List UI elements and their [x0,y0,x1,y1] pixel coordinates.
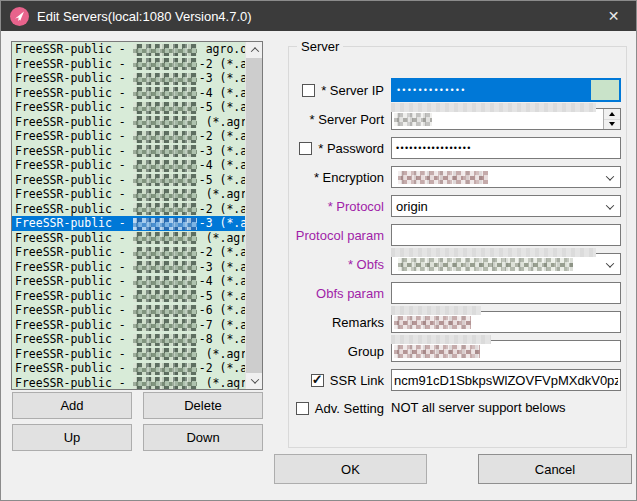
list-item-prefix: FreeSSR-public - [15,173,133,187]
list-item[interactable]: FreeSSR-public - -3 (*.ag [12,144,245,159]
field-row-protocol-param: Protocol param [288,224,622,246]
list-item-suffix: (*.agro [199,187,245,201]
list-item[interactable]: FreeSSR-public - -4 (*.ag [12,86,245,101]
window-title: Edit Servers(local:1080 Version4.7.0) [37,9,252,24]
chevron-down-icon [606,201,614,209]
spinner-up-button[interactable] [604,109,620,120]
app-icon [10,7,29,26]
list-item[interactable]: FreeSSR-public - -6 (*.ag [12,303,245,318]
obfs-param-input[interactable] [391,282,621,304]
obfs-label: * Obfs [348,257,384,272]
blurred-server-name [133,102,197,114]
list-item-suffix: (*.agro [199,115,245,129]
down-button[interactable]: Down [143,424,263,451]
list-item[interactable]: FreeSSR-public - -4 (*.ag [12,274,245,289]
scroll-down-button[interactable] [246,373,263,389]
field-row-remarks: Remarks [288,311,622,333]
adv-setting-label: Adv. Setting [315,401,384,416]
blurred-server-name [133,189,197,201]
scrollbar-thumb[interactable] [246,58,263,373]
list-item-suffix: -5 (*.ag [199,289,245,303]
delete-button[interactable]: Delete [143,392,263,419]
list-item[interactable]: FreeSSR-public - (*.agro [12,115,245,130]
list-item[interactable]: FreeSSR-public - -5 (*.ag [12,100,245,115]
list-item-prefix: FreeSSR-public - [15,86,133,100]
server-ip-input[interactable]: ••••••••••••• [391,78,621,102]
list-item[interactable]: FreeSSR-public - -2 (*.ag [12,202,245,217]
ok-button[interactable]: OK [274,454,427,484]
encryption-select[interactable] [391,166,621,188]
blurred-group-value [394,345,480,358]
cancel-button[interactable]: Cancel [478,454,632,484]
list-item[interactable]: FreeSSR-public - -3 (*.ag [12,260,245,275]
list-item[interactable]: FreeSSR-public - -2 (*.ag [12,57,245,72]
list-item-suffix: -3 (*.ag [199,71,245,85]
server-port-input[interactable] [391,108,621,130]
list-item-prefix: FreeSSR-public - [15,115,133,129]
triangle-up-icon [609,112,615,116]
list-item[interactable]: FreeSSR-public - -3 (*.ag [12,216,245,231]
server-list[interactable]: FreeSSR-public - agro.oooFreeSSR-public … [11,41,263,390]
server-ip-checkbox[interactable] [302,84,315,97]
server-port-label: * Server Port [310,112,384,127]
list-item[interactable]: FreeSSR-public - (*.agro [12,347,245,362]
list-item[interactable]: FreeSSR-public - -2 (*.ag [12,129,245,144]
list-item-prefix: FreeSSR-public - [15,303,133,317]
list-item[interactable]: FreeSSR-public - (*.agro [12,376,245,390]
ssr-link-label: SSR Link [330,373,384,388]
protocol-param-input[interactable] [391,224,621,246]
blurred-server-name [133,276,197,288]
blurred-server-name [133,203,197,215]
ssr-link-input[interactable] [391,369,621,391]
adv-setting-checkbox[interactable] [296,402,309,415]
password-checkbox[interactable] [299,142,312,155]
blur-smear [391,335,491,344]
close-icon[interactable]: ✕ [591,1,636,31]
up-button[interactable]: Up [12,424,132,451]
ssr-link-checkbox[interactable] [311,374,324,387]
list-item[interactable]: FreeSSR-public - agro.ooo [12,42,245,57]
blurred-server-name [133,131,197,143]
blurred-server-name [133,145,197,157]
protocol-label: * Protocol [328,199,384,214]
list-item[interactable]: FreeSSR-public - -5 (*.ag [12,289,245,304]
list-scrollbar[interactable] [245,42,262,389]
password-input[interactable]: ••••••••••••••••• [391,137,621,159]
list-item[interactable]: FreeSSR-public - (*.agro [12,187,245,202]
protocol-select[interactable]: origin [391,195,621,217]
blurred-server-name [133,247,197,259]
spinner-down-button[interactable] [604,120,620,130]
add-button[interactable]: Add [12,392,132,419]
text-selection: ••••••••••••• [393,80,591,100]
list-item-suffix: -2 (*.ag [199,202,245,216]
chevron-up-icon [250,47,258,55]
field-row-adv-setting: Adv. Setting NOT all server support belo… [288,398,622,418]
list-item[interactable]: FreeSSR-public - -2 (*.ag [12,361,245,376]
blurred-server-name [133,174,197,186]
list-item[interactable]: FreeSSR-public - -8 (*.ag [12,332,245,347]
list-item[interactable]: FreeSSR-public - -3 (*.ag [12,71,245,86]
scroll-up-button[interactable] [246,42,263,58]
masked-ip-dots: ••••••••••••• [397,86,467,95]
blurred-server-name [133,334,197,346]
list-item-suffix: (*.agro [199,231,245,245]
list-item-suffix: -3 (*.ag [199,144,245,158]
group-input[interactable] [391,340,621,362]
list-item[interactable]: FreeSSR-public - -5 (*.ag [12,173,245,188]
protocol-param-label: Protocol param [296,228,384,243]
blurred-server-name [133,348,197,360]
remarks-input[interactable] [391,311,621,333]
blurred-port-value [394,113,432,126]
obfs-select[interactable] [391,253,621,275]
list-item-prefix: FreeSSR-public - [15,71,133,85]
list-item[interactable]: FreeSSR-public - -2 (*.ag [12,245,245,260]
list-item[interactable]: FreeSSR-public - (*.agro [12,231,245,246]
ssr-link-value[interactable] [392,371,620,389]
blurred-server-name [133,377,197,389]
list-item[interactable]: FreeSSR-public - -4 (*.ag [12,158,245,173]
field-row-protocol: * Protocol origin [288,195,622,217]
list-item-suffix: -3 (*.ag [199,260,245,274]
field-row-password: * Password ••••••••••••••••• [288,137,622,159]
list-item[interactable]: FreeSSR-public - -7 (*.ag [12,318,245,333]
protocol-value: origin [396,199,428,214]
